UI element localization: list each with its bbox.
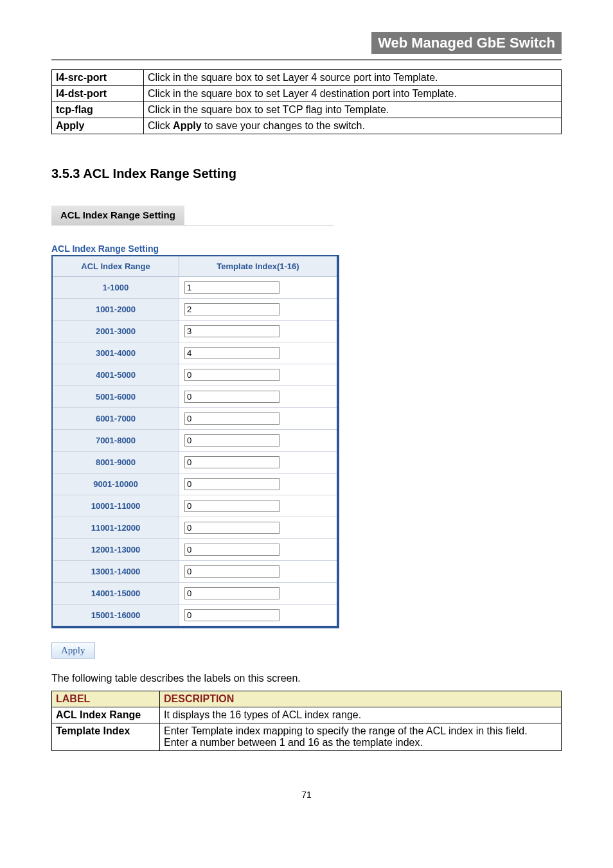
apply-button[interactable]: Apply: [51, 642, 95, 659]
table-row: 5001-6000: [52, 386, 338, 408]
label-description-table: LABEL DESCRIPTION ACL Index RangeIt disp…: [51, 691, 562, 751]
table-row: 13001-14000: [52, 561, 338, 583]
template-index-input[interactable]: [184, 500, 280, 512]
template-index-input[interactable]: [184, 325, 280, 337]
acl-range-cell: 9001-10000: [52, 474, 179, 495]
template-index-input[interactable]: [184, 391, 280, 403]
header-underline: [51, 59, 562, 60]
template-index-input[interactable]: [184, 522, 280, 534]
template-index-input[interactable]: [184, 281, 280, 294]
top-table-label: l4-src-port: [52, 70, 144, 86]
acl-range-cell: 1001-2000: [52, 299, 179, 321]
label-cell: Template Index: [52, 723, 160, 751]
template-index-input[interactable]: [184, 456, 280, 468]
acl-range-cell: 8001-9000: [52, 452, 179, 474]
table-row: 11001-12000: [52, 517, 338, 539]
acl-range-cell: 14001-15000: [52, 583, 179, 605]
acl-value-cell: [179, 517, 339, 539]
label-cell: ACL Index Range: [52, 707, 160, 723]
tab-wrapper: ACL Index Range Setting: [51, 206, 334, 226]
label-col-label: LABEL: [52, 691, 160, 707]
acl-value-cell: [179, 386, 339, 408]
table-row: 3001-4000: [52, 342, 338, 364]
table-row: 2001-3000: [52, 321, 338, 342]
acl-index-range-table: ACL Index Range Template Index(1-16) 1-1…: [51, 255, 339, 628]
table-row: 10001-11000: [52, 495, 338, 517]
table-row: 7001-8000: [52, 430, 338, 452]
acl-value-cell: [179, 539, 339, 561]
acl-range-cell: 13001-14000: [52, 561, 179, 583]
acl-range-cell: 5001-6000: [52, 386, 179, 408]
top-table-desc: Click in the square box to set Layer 4 s…: [144, 70, 562, 86]
page-number: 71: [51, 790, 562, 800]
table-row: l4-src-portClick in the square box to se…: [52, 70, 562, 86]
table-row: 8001-9000: [52, 452, 338, 474]
acl-table-caption: ACL Index Range Setting: [51, 244, 562, 254]
template-index-input[interactable]: [184, 565, 280, 578]
template-index-input[interactable]: [184, 609, 280, 621]
acl-range-cell: 4001-5000: [52, 364, 179, 386]
acl-range-cell: 2001-3000: [52, 321, 179, 342]
template-index-input[interactable]: [184, 478, 280, 490]
top-table-desc: Click in the square box to set TCP flag …: [144, 102, 562, 118]
top-table-desc: Click Apply to save your changes to the …: [144, 118, 562, 134]
template-index-input[interactable]: [184, 412, 280, 425]
acl-col-template: Template Index(1-16): [179, 256, 339, 277]
desc-cell: It displays the 16 types of ACL index ra…: [160, 707, 562, 723]
acl-range-cell: 11001-12000: [52, 517, 179, 539]
template-index-input[interactable]: [184, 587, 280, 599]
template-index-input[interactable]: [184, 369, 280, 381]
template-index-input[interactable]: [184, 303, 280, 315]
table-row: 6001-7000: [52, 408, 338, 430]
top-table-label: Apply: [52, 118, 144, 134]
acl-value-cell: [179, 452, 339, 474]
acl-value-cell: [179, 430, 339, 452]
label-col-desc: DESCRIPTION: [160, 691, 562, 707]
description-text: The following table describes the labels…: [51, 673, 562, 684]
template-index-input[interactable]: [184, 544, 280, 556]
acl-range-cell: 1-1000: [52, 277, 179, 299]
table-row: 9001-10000: [52, 474, 338, 495]
acl-value-cell: [179, 277, 339, 299]
table-row: 1-1000: [52, 277, 338, 299]
table-row: 12001-13000: [52, 539, 338, 561]
acl-range-cell: 3001-4000: [52, 342, 179, 364]
acl-range-cell: 6001-7000: [52, 408, 179, 430]
acl-range-cell: 12001-13000: [52, 539, 179, 561]
header-title: Web Managed GbE Switch: [371, 32, 562, 54]
acl-value-cell: [179, 364, 339, 386]
acl-value-cell: [179, 408, 339, 430]
top-table: l4-src-portClick in the square box to se…: [51, 69, 562, 134]
section-heading: 3.5.3 ACL Index Range Setting: [51, 166, 562, 181]
acl-value-cell: [179, 342, 339, 364]
top-table-label: tcp-flag: [52, 102, 144, 118]
top-table-label: l4-dst-port: [52, 86, 144, 102]
template-index-input[interactable]: [184, 434, 280, 447]
table-row: l4-dst-portClick in the square box to se…: [52, 86, 562, 102]
table-row: ACL Index RangeIt displays the 16 types …: [52, 707, 562, 723]
acl-value-cell: [179, 474, 339, 495]
table-row: 4001-5000: [52, 364, 338, 386]
table-row: ApplyClick Apply to save your changes to…: [52, 118, 562, 134]
acl-range-cell: 10001-11000: [52, 495, 179, 517]
table-row: 1001-2000: [52, 299, 338, 321]
acl-value-cell: [179, 495, 339, 517]
table-row: 15001-16000: [52, 605, 338, 628]
tab-acl-index-range[interactable]: ACL Index Range Setting: [51, 206, 184, 225]
table-row: tcp-flagClick in the square box to set T…: [52, 102, 562, 118]
acl-range-cell: 7001-8000: [52, 430, 179, 452]
desc-cell: Enter Template index mapping to specify …: [160, 723, 562, 751]
acl-value-cell: [179, 605, 339, 628]
acl-col-range: ACL Index Range: [52, 256, 179, 277]
tab-label: ACL Index Range Setting: [60, 209, 175, 220]
acl-value-cell: [179, 299, 339, 321]
acl-value-cell: [179, 321, 339, 342]
acl-range-cell: 15001-16000: [52, 605, 179, 628]
table-row: Template IndexEnter Template index mappi…: [52, 723, 562, 751]
acl-value-cell: [179, 583, 339, 605]
table-row: 14001-15000: [52, 583, 338, 605]
header-bar: Web Managed GbE Switch: [51, 32, 562, 54]
template-index-input[interactable]: [184, 347, 280, 359]
acl-value-cell: [179, 561, 339, 583]
top-table-desc: Click in the square box to set Layer 4 d…: [144, 86, 562, 102]
